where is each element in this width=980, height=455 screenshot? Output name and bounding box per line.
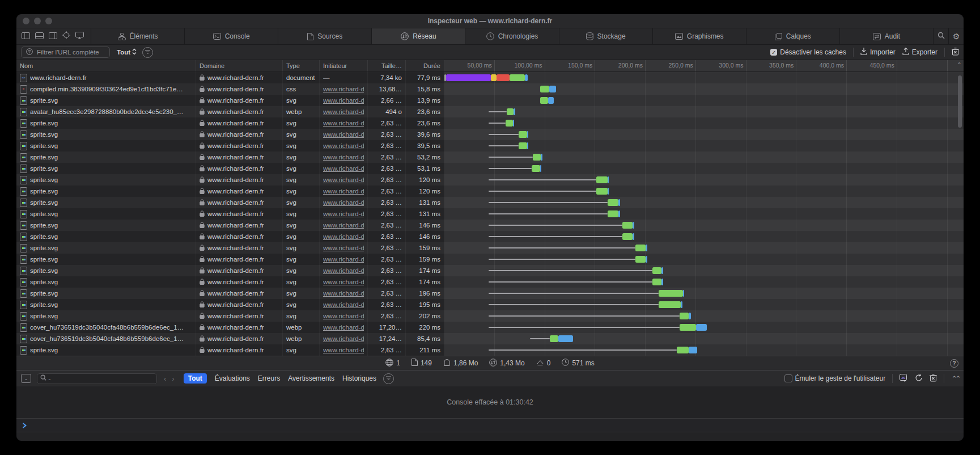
console-filter-avertissements[interactable]: Avertissements [288, 374, 334, 382]
request-initiator-link[interactable]: www.richard-d… [323, 210, 364, 217]
request-initiator-link[interactable]: www.richard-d… [323, 176, 364, 183]
request-initiator-link[interactable]: www.richard-d… [323, 267, 364, 274]
tab-réseau[interactable]: Réseau [372, 28, 465, 44]
request-initiator-link[interactable]: www.richard-d… [323, 233, 364, 240]
request-initiator-link[interactable]: www.richard-d… [323, 222, 364, 229]
table-row[interactable]: sprite.svgwww.richard-dern.frsvgwww.rich… [16, 231, 964, 242]
request-initiator-link[interactable]: www.richard-d… [323, 313, 364, 319]
table-row[interactable]: avatar_hu85ecc3e298728880b0bde2dcc4e5c23… [16, 106, 964, 117]
table-row[interactable]: sprite.svgwww.richard-dern.frsvgwww.rich… [16, 254, 964, 265]
refresh-icon[interactable] [915, 374, 923, 384]
table-row[interactable]: cover_hu736519dc3b5040cfa48b6b559b6de6ec… [16, 333, 964, 344]
export-button[interactable]: Exporter [902, 48, 937, 57]
clear-network-button[interactable] [952, 48, 959, 57]
column-header-type[interactable]: Type [283, 60, 320, 71]
tab-calques[interactable]: Calques [746, 28, 840, 44]
tab-stockage[interactable]: Stockage [559, 28, 653, 44]
request-initiator-link[interactable]: www.richard-d… [323, 290, 364, 297]
table-row[interactable]: cover_hu736519dc3b5040cfa48b6b559b6de6ec… [16, 322, 964, 333]
request-initiator-link[interactable]: www.richard-d… [323, 199, 364, 206]
console-search-input[interactable] [53, 374, 154, 382]
next-result-button[interactable]: › [172, 374, 174, 383]
console-filter-tout[interactable]: Tout [184, 373, 207, 384]
request-initiator-link[interactable]: www.richard-d… [323, 188, 364, 195]
console-search-field[interactable]: ⌄ [37, 373, 157, 384]
tab-audit[interactable]: Audit [840, 28, 934, 44]
table-row[interactable]: sprite.svgwww.richard-dern.frsvgwww.rich… [16, 265, 964, 276]
table-row[interactable]: sprite.svgwww.richard-dern.frsvgwww.rich… [16, 242, 964, 254]
table-row[interactable]: sprite.svgwww.richard-dern.frsvgwww.rich… [16, 208, 964, 220]
table-row[interactable]: sprite.svgwww.richard-dern.frsvgwww.rich… [16, 276, 964, 288]
clear-console-button[interactable] [930, 374, 937, 384]
tab-sources[interactable]: Sources [278, 28, 372, 44]
table-row[interactable]: sprite.svgwww.richard-dern.frsvgwww.rich… [16, 220, 964, 231]
column-header-duree[interactable]: Durée [406, 60, 444, 71]
dock-left-icon[interactable] [22, 31, 30, 41]
column-header-taille[interactable]: Taille… [368, 60, 406, 71]
request-initiator-link[interactable]: www.richard-d… [323, 154, 364, 161]
request-initiator-link[interactable]: www.richard-d… [323, 279, 364, 285]
column-header-domaine[interactable]: Domaine [196, 60, 283, 71]
table-row[interactable]: sprite.svgwww.richard-dern.frsvgwww.rich… [16, 151, 964, 163]
table-row[interactable]: sprite.svgwww.richard-dern.frsvgwww.rich… [16, 174, 964, 186]
table-row[interactable]: sprite.svgwww.richard-dern.frsvgwww.rich… [16, 310, 964, 322]
table-row[interactable]: sprite.svgwww.richard-dern.frsvgwww.rich… [16, 288, 964, 299]
request-initiator-link[interactable]: www.richard-d… [323, 245, 364, 251]
dock-right-icon[interactable] [49, 31, 57, 41]
request-initiator-link[interactable]: www.richard-d… [323, 142, 364, 149]
console-prompt[interactable] [16, 419, 964, 432]
element-picker-icon[interactable] [62, 31, 70, 41]
table-row[interactable]: sprite.svgwww.richard-dern.frsvgwww.rich… [16, 344, 964, 356]
console-filter-évaluations[interactable]: Évaluations [215, 374, 250, 382]
request-initiator-link[interactable]: www.richard-d… [323, 301, 364, 308]
table-row[interactable]: sprite.svgwww.richard-dern.frsvgwww.rich… [16, 140, 964, 151]
console-other-filters-button[interactable] [383, 373, 394, 384]
request-initiator-link[interactable]: www.richard-d… [323, 256, 364, 263]
tab-graphismes[interactable]: Graphismes [653, 28, 746, 44]
request-initiator-link[interactable]: www.richard-d… [323, 97, 364, 104]
table-row[interactable]: ≡compiled.min.38390909f303624ed9e1cf1bd3… [16, 83, 964, 95]
table-row[interactable]: sprite.svgwww.richard-dern.frsvgwww.rich… [16, 95, 964, 106]
table-row[interactable]: sprite.svgwww.richard-dern.frsvgwww.rich… [16, 117, 964, 129]
scrollbar-thumb[interactable] [958, 75, 962, 128]
duration-cell: 131 ms [406, 208, 444, 220]
table-row[interactable]: sprite.svgwww.richard-dern.frsvgwww.rich… [16, 129, 964, 140]
disable-caches-toggle[interactable]: ✓ Désactiver les caches [770, 48, 846, 56]
table-row[interactable]: sprite.svgwww.richard-dern.frsvgwww.rich… [16, 163, 964, 174]
table-row[interactable]: sprite.svgwww.richard-dern.frsvgwww.rich… [16, 299, 964, 310]
emulate-user-gesture-toggle[interactable]: Émuler le geste de l'utilisateur [784, 374, 886, 382]
scroll-up-icon[interactable]: ⌃ [957, 61, 962, 69]
console-drawer-icon[interactable]: ⌄ [21, 374, 31, 383]
url-filter-input[interactable] [36, 48, 105, 56]
collapse-console-icon[interactable]: ⌃⌃ [951, 374, 959, 383]
console-filter-historiques[interactable]: Historiques [342, 374, 376, 382]
request-initiator-link[interactable]: www.richard-d… [323, 108, 364, 115]
device-icon[interactable] [75, 31, 84, 41]
tab-console[interactable]: Console [185, 28, 278, 44]
request-initiator-link[interactable]: www.richard-d… [323, 347, 364, 353]
import-button[interactable]: Importer [860, 48, 896, 57]
column-header-nom[interactable]: Nom [16, 60, 196, 71]
search-button[interactable] [934, 28, 949, 44]
dock-bottom-icon[interactable] [35, 31, 44, 41]
request-initiator-link[interactable]: www.richard-d… [323, 335, 364, 342]
other-filters-button[interactable] [142, 47, 153, 58]
settings-button[interactable]: ⚙ [949, 28, 964, 44]
tab-chronologies[interactable]: Chronologies [465, 28, 559, 44]
tab-éléments[interactable]: Éléments [91, 28, 185, 44]
prev-result-button[interactable]: ‹ [164, 374, 166, 383]
request-initiator-link[interactable]: www.richard-d… [323, 165, 364, 172]
request-initiator-link[interactable]: www.richard-d… [323, 120, 364, 127]
url-filter-field[interactable] [21, 47, 110, 58]
js-context-icon[interactable]: JS [900, 374, 908, 384]
column-header-initiateur[interactable]: Initiateur [320, 60, 368, 71]
table-row[interactable]: sprite.svgwww.richard-dern.frsvgwww.rich… [16, 186, 964, 197]
table-row[interactable]: sprite.svgwww.richard-dern.frsvgwww.rich… [16, 197, 964, 208]
request-initiator-link[interactable]: www.richard-d… [323, 131, 364, 138]
help-button[interactable]: ? [950, 359, 958, 368]
request-initiator-link[interactable]: www.richard-d… [323, 86, 364, 92]
table-row[interactable]: <>www.richard-dern.frwww.richard-dern.fr… [16, 72, 964, 83]
console-filter-erreurs[interactable]: Erreurs [258, 374, 280, 382]
request-initiator-link[interactable]: www.richard-d… [323, 324, 364, 331]
type-scope-select[interactable]: Tout [117, 48, 137, 56]
